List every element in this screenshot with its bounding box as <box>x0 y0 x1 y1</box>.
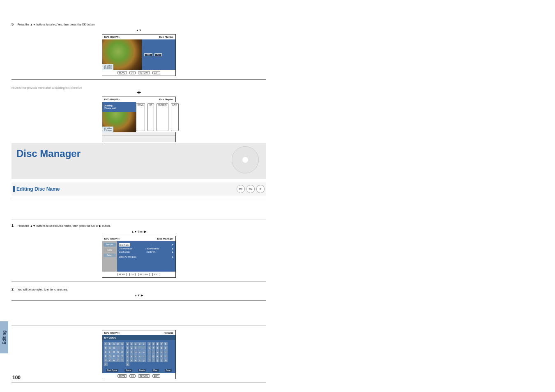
kb-key[interactable]: k <box>126 350 129 354</box>
kb-key[interactable]: % <box>164 358 168 362</box>
kb-key[interactable]: K <box>104 350 108 354</box>
kb-key[interactable]: & <box>160 354 164 358</box>
kb-key[interactable]: j <box>142 346 146 350</box>
kb-key[interactable]: ^ <box>152 358 155 362</box>
kb-key[interactable]: 9 <box>160 346 164 350</box>
kb-key[interactable]: m <box>134 350 138 354</box>
kb-key[interactable]: f <box>126 346 129 350</box>
kb-key[interactable]: Q <box>108 354 112 358</box>
kb-key[interactable]: + <box>156 350 159 354</box>
kb-key[interactable]: i <box>138 346 142 350</box>
kb-upper[interactable]: ABCDEFGHIJKLMNOPQRSTUVWXYZ <box>104 342 124 366</box>
kb-key[interactable]: N <box>116 350 120 354</box>
kb-key[interactable]: 3 <box>156 342 159 346</box>
kb-key[interactable]: l <box>130 350 134 354</box>
kb-lower[interactable]: abcdefghijklmnopqrstuvwxyz <box>126 342 146 366</box>
kb-key[interactable]: O <box>120 350 124 354</box>
kb-key[interactable]: - <box>164 350 168 354</box>
yes-button[interactable]: Yes <box>144 53 152 56</box>
kb-key[interactable]: x <box>138 358 142 362</box>
kb-key[interactable]: " <box>147 358 151 362</box>
kb-key[interactable]: g <box>130 346 134 350</box>
kb-key[interactable]: A <box>104 342 108 346</box>
kb-key[interactable]: b <box>130 342 134 346</box>
osd-hdr-left: DVD-RW(VR) <box>104 238 120 240</box>
kb-key[interactable]: S <box>116 354 120 358</box>
osd-hdr-right: Edit Playlist <box>159 98 173 101</box>
key-return: RETURN <box>138 374 150 378</box>
sidebar-setup[interactable]: Setup <box>104 254 116 257</box>
kb-key[interactable]: v <box>130 358 134 362</box>
kb-key[interactable]: h <box>134 346 138 350</box>
kb-key[interactable]: o <box>142 350 146 354</box>
kb-space[interactable]: Space <box>124 369 132 372</box>
kb-key[interactable]: C <box>112 342 116 346</box>
kb-delete[interactable]: Delete <box>138 369 146 372</box>
key-move: MOVE <box>117 273 127 276</box>
kb-key[interactable]: d <box>138 342 142 346</box>
kb-key[interactable]: q <box>130 354 134 358</box>
kb-key[interactable]: R <box>112 354 116 358</box>
kb-key[interactable]: w <box>134 358 138 362</box>
kb-key[interactable]: 1 <box>147 342 151 346</box>
kb-key[interactable]: V <box>108 358 112 362</box>
kb-key[interactable]: p <box>126 354 129 358</box>
sidebar-copy[interactable]: Copy <box>104 248 116 252</box>
kb-key[interactable]: T <box>120 354 124 358</box>
kb-key[interactable]: 2 <box>152 342 155 346</box>
kb-key[interactable]: J <box>120 346 124 350</box>
kb-key[interactable]: Z <box>104 362 108 366</box>
kb-key[interactable]: 5 <box>164 342 168 346</box>
kb-key[interactable]: M <box>112 350 116 354</box>
kb-key[interactable]: Y <box>120 358 124 362</box>
kb-key[interactable]: t <box>142 354 146 358</box>
kb-key[interactable]: I <box>116 346 120 350</box>
kb-key[interactable]: F <box>104 346 108 350</box>
kb-key[interactable]: 7 <box>152 346 155 350</box>
osd-rename-keyboard: DVD-RW(VR) Rename MY VIDEO ABCDEFGHIJKLM… <box>102 330 176 379</box>
kb-key[interactable]: 0 <box>164 346 168 350</box>
kb-key[interactable]: c <box>134 342 138 346</box>
kb-key[interactable]: : <box>147 354 151 358</box>
key-ok: OK <box>129 273 136 276</box>
kb-key[interactable]: G <box>108 346 112 350</box>
kb-key[interactable]: y <box>142 358 146 362</box>
no-button[interactable]: No <box>154 53 162 56</box>
kb-key[interactable]: s <box>138 354 142 358</box>
kb-key[interactable]: n <box>138 350 142 354</box>
kb-key[interactable]: W <box>112 358 116 362</box>
kb-key[interactable]: X <box>116 358 120 362</box>
row-disc-name[interactable]: Disc Name <box>119 243 130 247</box>
kb-key[interactable]: ! <box>164 354 168 358</box>
kb-key[interactable]: ( <box>156 358 159 362</box>
kb-key[interactable]: 8 <box>156 346 159 350</box>
kb-key[interactable]: P <box>104 354 108 358</box>
kb-key[interactable]: a <box>126 342 129 346</box>
kb-key[interactable]: 4 <box>160 342 164 346</box>
kb-key[interactable]: e <box>142 342 146 346</box>
kb-key[interactable]: B <box>108 342 112 346</box>
kb-backspace[interactable]: Back Space <box>106 369 119 372</box>
kb-key[interactable]: z <box>126 362 129 366</box>
page-number-left: 100 <box>12 375 21 380</box>
kb-key[interactable]: u <box>126 358 129 362</box>
kb-key[interactable]: D <box>116 342 120 346</box>
kb-key[interactable]: 6 <box>147 346 151 350</box>
kb-key[interactable]: _ <box>152 350 155 354</box>
kb-clear[interactable]: Clear <box>152 369 159 372</box>
sidebar-title-list[interactable]: Title List <box>104 243 116 247</box>
kb-key[interactable]: L <box>108 350 112 354</box>
kb-key[interactable]: . <box>147 350 151 354</box>
kb-key[interactable]: @ <box>152 354 155 358</box>
kb-key[interactable]: ) <box>160 358 164 362</box>
kb-key[interactable]: E <box>120 342 124 346</box>
kb-key[interactable]: H <box>112 346 116 350</box>
kb-key[interactable]: U <box>104 358 108 362</box>
kb-key[interactable]: # <box>156 354 159 358</box>
key-ok: OK <box>129 71 136 74</box>
rename-field[interactable]: MY VIDEO <box>102 335 175 340</box>
kb-save[interactable]: Save <box>165 369 171 372</box>
kb-key[interactable]: r <box>134 354 138 358</box>
kb-key[interactable]: = <box>160 350 164 354</box>
kb-num[interactable]: 1234567890._+=-:@#&!"^()% <box>147 342 168 366</box>
